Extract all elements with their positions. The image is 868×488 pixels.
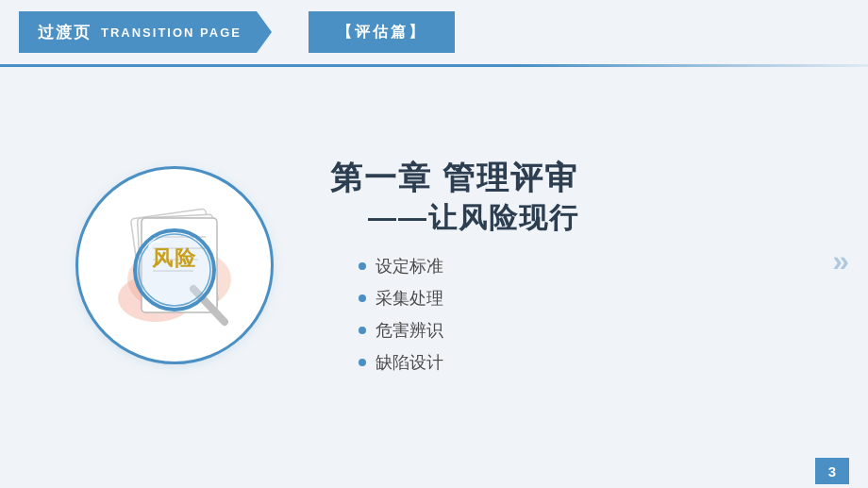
chapter-title-line1: 第一章 管理评审 bbox=[330, 157, 811, 198]
bullet-dot-icon bbox=[359, 294, 366, 302]
bullet-text: 缺陷设计 bbox=[376, 351, 443, 374]
page-number-box: 3 bbox=[815, 458, 849, 484]
header-bar: 过渡页 TRANSITION PAGE » 【评估篇】 bbox=[0, 0, 868, 64]
bullet-item: 缺陷设计 bbox=[359, 351, 811, 374]
illustration-inner: 风险 bbox=[78, 169, 271, 362]
header-section-text: 【评估篇】 bbox=[337, 23, 426, 42]
bullet-item: 危害辨识 bbox=[359, 319, 811, 342]
text-content: 第一章 管理评审 ——让风险现行 设定标准采集处理危害辨识缺陷设计 bbox=[330, 157, 811, 373]
header-divider bbox=[0, 64, 868, 67]
bullet-dot-icon bbox=[359, 327, 366, 334]
main-content: 风险 第一章 管理评审 ——让风险现行 设定标准采集处理危害辨识缺陷设计 » bbox=[0, 67, 868, 454]
svg-text:风险: 风险 bbox=[151, 246, 197, 270]
bullet-list: 设定标准采集处理危害辨识缺陷设计 bbox=[359, 255, 811, 374]
bullet-dot-icon bbox=[359, 262, 366, 270]
bullet-item: 采集处理 bbox=[359, 287, 811, 310]
right-chevron-icon: » bbox=[832, 244, 849, 278]
bullet-dot-icon bbox=[359, 359, 366, 366]
header-left-block: 过渡页 TRANSITION PAGE bbox=[19, 11, 257, 53]
header-label-en: TRANSITION PAGE bbox=[101, 25, 242, 40]
illustration-circle: 风险 bbox=[75, 166, 274, 364]
header-label-zh: 过渡页 bbox=[38, 22, 92, 43]
bullet-text: 危害辨识 bbox=[376, 319, 443, 342]
header-section-box: 【评估篇】 bbox=[309, 11, 455, 53]
footer: 3 bbox=[0, 454, 868, 488]
chapter-title-block: 第一章 管理评审 ——让风险现行 bbox=[330, 157, 811, 237]
page-number: 3 bbox=[828, 463, 836, 480]
bullet-text: 设定标准 bbox=[376, 255, 443, 278]
risk-illustration-svg: 风险 bbox=[85, 176, 264, 355]
chapter-title-line2: ——让风险现行 bbox=[368, 199, 811, 238]
bullet-text: 采集处理 bbox=[376, 287, 443, 310]
bullet-item: 设定标准 bbox=[359, 255, 811, 278]
